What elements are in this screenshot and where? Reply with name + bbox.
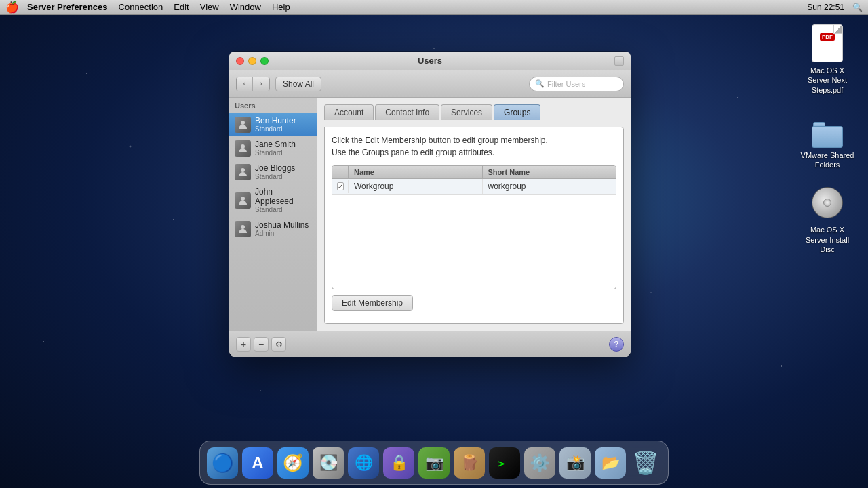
user-role-ben-hunter: Standard — [255, 125, 296, 133]
user-item-jane-smith[interactable]: Jane Smith Standard — [229, 136, 317, 160]
filter-search-box[interactable]: 🔍 Filter Users — [529, 77, 624, 92]
show-all-button[interactable]: Show All — [275, 77, 321, 92]
menubar-search-icon[interactable]: 🔍 — [852, 3, 863, 12]
edit-membership-button[interactable]: Edit Membership — [332, 295, 413, 311]
menubar-help[interactable]: Help — [272, 2, 290, 12]
user-role-john-appleseed: Standard — [255, 206, 311, 214]
dock-item-imagecapture[interactable]: 📷 — [418, 447, 450, 479]
table-row[interactable]: ✓ Workgroup workgroup — [332, 179, 616, 195]
user-name-joe-bloggs: Joe Bloggs — [255, 163, 295, 173]
svg-point-4 — [241, 225, 245, 229]
menubar-window[interactable]: Window — [230, 2, 261, 12]
tab-services[interactable]: Services — [441, 104, 492, 120]
finder-icon: 🔵 — [212, 453, 233, 474]
avatar-ben-hunter — [235, 117, 251, 133]
disc-icon-label: Mac OS X Server Install Disc — [800, 225, 854, 254]
user-item-john-appleseed[interactable]: John Appleseed Standard — [229, 184, 317, 217]
tab-account[interactable]: Account — [324, 104, 374, 120]
vpn-icon: 🔒 — [390, 454, 408, 472]
dock-item-trash[interactable]: 🗑️ — [630, 447, 661, 479]
menubar-edit[interactable]: Edit — [174, 2, 189, 12]
avatar-joshua-mullins — [235, 221, 251, 237]
menubar-view[interactable]: View — [200, 2, 219, 12]
dock-item-appstore[interactable]: A — [242, 447, 273, 479]
apple-menu[interactable]: 🍎 — [5, 1, 19, 14]
user-name-jane-smith: Jane Smith — [255, 140, 296, 149]
dock-item-safari[interactable]: 🧭 — [277, 447, 309, 479]
forward-button[interactable]: › — [253, 77, 269, 91]
dock-item-vpn[interactable]: 🔒 — [383, 447, 414, 479]
desktop-icon-pdf[interactable]: PDF Mac OS X Server Next Steps.pdf — [800, 24, 854, 95]
traffic-lights — [236, 57, 269, 65]
desktop-icon-folder[interactable]: VMware Shared Folders — [800, 108, 854, 170]
imagecapture-icon: 📷 — [425, 454, 443, 472]
window-title: Users — [418, 56, 442, 66]
trash-icon: 🗑️ — [632, 450, 659, 476]
avatar-jane-smith — [235, 140, 251, 157]
checkbox-checked-icon: ✓ — [337, 182, 344, 190]
user-item-joshua-mullins[interactable]: Joshua Mullins Admin — [229, 217, 317, 241]
dock-item-downloads[interactable]: 📂 — [595, 447, 626, 479]
user-info-john-appleseed: John Appleseed Standard — [255, 187, 311, 214]
main-panel: Account Contact Info Services Groups Cli… — [317, 98, 631, 331]
col-header-name: Name — [349, 166, 483, 178]
dock-item-finder[interactable]: 🔵 — [207, 447, 238, 479]
groups-table: Name Short Name ✓ Workgroup workgroup — [332, 165, 616, 289]
window-zoom-button[interactable] — [614, 56, 624, 66]
row-name: Workgroup — [349, 179, 483, 194]
window-content: Users Ben Hunter Standard Jane S — [229, 98, 631, 331]
user-item-joe-bloggs[interactable]: Joe Bloggs Standard — [229, 160, 317, 184]
pdf-icon-label: Mac OS X Server Next Steps.pdf — [800, 66, 854, 95]
safari-icon: 🧭 — [283, 453, 303, 472]
menubar-app-name[interactable]: Server Preferences — [27, 2, 108, 12]
tab-groups-content: Click the Edit Membership button to edit… — [324, 127, 624, 324]
row-checkbox[interactable]: ✓ — [332, 180, 349, 193]
sap-icon: 🪵 — [460, 454, 479, 472]
network-icon: 🌐 — [355, 454, 373, 472]
folder-icon-label: VMware Shared Folders — [800, 150, 854, 170]
appstore-icon: A — [252, 453, 263, 472]
gear-icon: ⚙ — [275, 340, 283, 349]
dock-item-network[interactable]: 🌐 — [348, 447, 379, 479]
user-name-joshua-mullins: Joshua Mullins — [255, 220, 309, 230]
desktop: 🍎 Server Preferences Connection Edit Vie… — [0, 0, 868, 488]
desktop-icons-area: PDF Mac OS X Server Next Steps.pdf VMwar… — [800, 24, 854, 254]
user-name-ben-hunter: Ben Hunter — [255, 116, 296, 125]
user-item-ben-hunter[interactable]: Ben Hunter Standard — [229, 113, 317, 136]
user-info-ben-hunter: Ben Hunter Standard — [255, 116, 296, 133]
folder-icon-shape — [812, 122, 843, 148]
close-button[interactable] — [236, 57, 244, 65]
disc-icon-shape — [812, 187, 843, 218]
terminal-icon: >_ — [497, 456, 512, 470]
dock-item-sap[interactable]: 🪵 — [454, 447, 485, 479]
dock-item-screencapture[interactable]: 📸 — [559, 447, 591, 479]
remove-user-button[interactable]: − — [254, 337, 269, 352]
menubar-connection[interactable]: Connection — [119, 2, 163, 12]
tab-groups[interactable]: Groups — [494, 104, 540, 120]
screencapture-icon: 📸 — [566, 454, 585, 472]
edit-btn-area: Edit Membership — [332, 289, 616, 317]
tab-contact-info[interactable]: Contact Info — [375, 104, 439, 120]
maximize-button[interactable] — [260, 57, 269, 65]
dock-item-sysprefs[interactable]: ⚙️ — [524, 447, 555, 479]
search-placeholder: Filter Users — [547, 80, 585, 88]
action-button[interactable]: ⚙ — [271, 337, 286, 352]
menubar: 🍎 Server Preferences Connection Edit Vie… — [0, 0, 868, 15]
user-role-joe-bloggs: Standard — [255, 173, 295, 180]
window-bottom-toolbar: + − ⚙ ? — [229, 331, 631, 357]
user-role-jane-smith: Standard — [255, 149, 296, 157]
window-titlebar: Users — [229, 52, 631, 70]
user-info-jane-smith: Jane Smith Standard — [255, 140, 296, 157]
add-user-button[interactable]: + — [236, 337, 251, 352]
user-info-joshua-mullins: Joshua Mullins Admin — [255, 220, 309, 237]
dock-item-hd[interactable]: 💽 — [313, 447, 344, 479]
desktop-icon-disc[interactable]: Mac OS X Server Install Disc — [800, 183, 854, 254]
dock: 🔵 A 🧭 💽 🌐 🔒 📷 🪵 >_ ⚙️ � — [199, 441, 669, 485]
back-button[interactable]: ‹ — [237, 77, 253, 91]
users-window: Users ‹ › Show All 🔍 Filter Users Users — [229, 52, 631, 357]
pdf-icon-shape: PDF — [812, 24, 843, 62]
help-button[interactable]: ? — [609, 337, 624, 352]
dock-item-terminal[interactable]: >_ — [489, 447, 520, 479]
search-icon: 🔍 — [535, 79, 545, 88]
minimize-button[interactable] — [248, 57, 256, 65]
